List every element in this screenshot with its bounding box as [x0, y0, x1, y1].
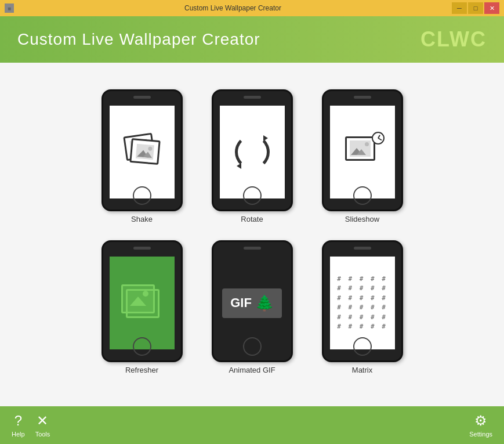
- window-title: Custom Live Wallpaper Creator: [14, 4, 452, 12]
- rotate-arrows: [235, 135, 270, 169]
- refresher-mountain: [130, 297, 146, 306]
- refresher-img-front: [121, 284, 155, 313]
- matrix-row-1: # # # # #: [337, 275, 387, 284]
- help-label: Help: [12, 431, 25, 438]
- rotate-label: Rotate: [241, 215, 263, 223]
- refresher-icon: [121, 284, 163, 322]
- matrix-row-6: # # # # #: [337, 322, 387, 332]
- tools-label: Tools: [35, 431, 50, 438]
- shake-screen: [110, 106, 175, 198]
- matrix-phone: # # # # # # # # # # # # # # # # # # # # …: [322, 240, 403, 362]
- app-icon: ■: [5, 3, 14, 13]
- app-title: Custom Live Wallpaper Creator: [17, 30, 260, 49]
- settings-icon: ⚙: [474, 413, 487, 429]
- animated-gif-label: Animated GIF: [229, 366, 275, 374]
- matrix-item[interactable]: # # # # # # # # # # # # # # # # # # # # …: [316, 240, 409, 380]
- refresher-item[interactable]: Refresher: [96, 240, 188, 380]
- matrix-content: # # # # # # # # # # # # # # # # # # # # …: [337, 275, 387, 332]
- gif-tree-icon: 🌲: [255, 294, 274, 312]
- settings-button[interactable]: ⚙ Settings: [469, 413, 492, 438]
- settings-label: Settings: [469, 431, 492, 438]
- refresher-sun: [143, 291, 148, 297]
- slideshow-item[interactable]: Slideshow: [316, 89, 409, 229]
- gif-text: GIF: [230, 295, 252, 311]
- maximize-button[interactable]: □: [468, 2, 483, 14]
- mountain2-icon: [143, 151, 153, 157]
- animated-gif-phone: GIF 🌲: [212, 240, 293, 362]
- sun-icon: [148, 146, 153, 151]
- slide-img: [345, 136, 375, 161]
- title-bar: ■ Custom Live Wallpaper Creator ─ □ ✕: [0, 0, 504, 16]
- tools-icon: ✕: [37, 413, 48, 429]
- slideshow-icon: [345, 136, 380, 168]
- gif-badge: GIF 🌲: [222, 288, 282, 318]
- gif-icon: GIF 🌲: [222, 288, 282, 318]
- shake-phone: [101, 89, 183, 211]
- matrix-row-4: # # # # #: [337, 303, 387, 313]
- tools-button[interactable]: ✕ Tools: [35, 413, 50, 438]
- animated-gif-item[interactable]: GIF 🌲 Animated GIF: [206, 240, 299, 380]
- shake-img-front: [129, 138, 160, 165]
- shake-item[interactable]: Shake: [96, 89, 188, 229]
- shake-icon: [122, 135, 162, 169]
- app-header: Custom Live Wallpaper Creator CLWC: [0, 16, 504, 63]
- slideshow-label: Slideshow: [345, 215, 379, 223]
- shake-label: Shake: [131, 215, 153, 223]
- rotate-phone: [212, 89, 293, 211]
- rotate-icon: [235, 135, 270, 169]
- footer-right: ⚙ Settings: [469, 413, 492, 438]
- refresher-phone: [101, 240, 183, 362]
- help-icon: ?: [14, 413, 22, 429]
- mountain2-icon: [357, 149, 366, 155]
- matrix-label: Matrix: [352, 366, 372, 374]
- clock-minute-hand: [378, 138, 382, 140]
- footer: ? Help ✕ Tools ⚙ Settings: [0, 406, 504, 444]
- rotate-screen: [220, 106, 285, 198]
- matrix-row-5: # # # # #: [337, 313, 387, 323]
- main-content: Shake Rotate: [0, 63, 504, 406]
- matrix-screen: # # # # # # # # # # # # # # # # # # # # …: [330, 257, 395, 349]
- app-logo: CLWC: [420, 27, 487, 52]
- arrow-head-bottom: [237, 163, 241, 169]
- animated-gif-screen: GIF 🌲: [220, 257, 285, 349]
- window-controls: ─ □ ✕: [452, 2, 499, 14]
- slideshow-screen: [330, 106, 395, 198]
- footer-left: ? Help ✕ Tools: [12, 413, 50, 438]
- minimize-button[interactable]: ─: [452, 2, 467, 14]
- wallpaper-grid: Shake Rotate: [96, 89, 409, 380]
- matrix-row-2: # # # # #: [337, 284, 387, 294]
- refresher-label: Refresher: [125, 366, 158, 374]
- matrix-row-3: # # # # #: [337, 294, 387, 304]
- sun-icon: [365, 142, 369, 146]
- help-button[interactable]: ? Help: [12, 413, 25, 438]
- arrow-head-top: [263, 135, 268, 141]
- slideshow-phone: [322, 89, 403, 211]
- clock-badge: [372, 132, 385, 145]
- refresher-screen: [110, 257, 175, 349]
- rotate-item[interactable]: Rotate: [206, 89, 299, 229]
- close-button[interactable]: ✕: [484, 2, 499, 14]
